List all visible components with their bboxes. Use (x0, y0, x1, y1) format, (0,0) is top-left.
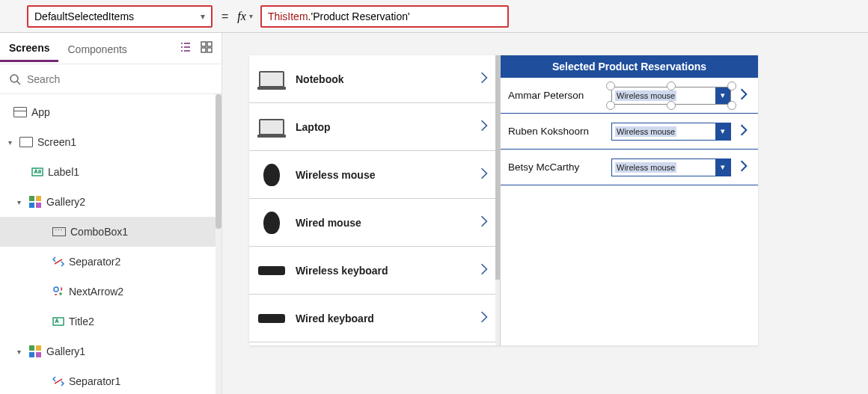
svg-rect-6 (201, 42, 206, 46)
list-item[interactable]: Betsy McCarthy Wireless mouse ▾ (501, 150, 758, 185)
tree-item-title2[interactable]: Title2 (0, 307, 221, 336)
list-item[interactable]: Wireless keyboard (249, 247, 500, 295)
equals-sign: = (221, 10, 228, 23)
tree-item-gallery2[interactable]: ▾ Gallery2 (0, 187, 221, 217)
tab-components[interactable]: Components (58, 36, 135, 61)
gallery-icon (29, 345, 41, 357)
product-image (258, 212, 285, 234)
combobox-icon (52, 227, 66, 236)
gallery-scrollbar[interactable] (495, 55, 500, 345)
product-label: Wireless keyboard (296, 265, 467, 277)
list-item[interactable]: Ruben Kokshoorn Wireless mouse ▾ (501, 114, 758, 150)
search-input[interactable] (27, 73, 213, 85)
list-item[interactable]: Wired mouse (249, 199, 500, 247)
chevron-right-icon[interactable] (477, 262, 491, 279)
chevron-right-icon[interactable] (477, 71, 491, 87)
tree-label: Screen1 (37, 136, 76, 148)
tree-label: NextArrow2 (69, 286, 123, 298)
tree-item-nextarrow2[interactable]: NextArrow2 (0, 277, 221, 307)
gallery-icon (29, 196, 41, 208)
list-item[interactable]: Notebook (249, 55, 500, 103)
reservations-header: Selected Product Reservations (501, 55, 758, 78)
chevron-right-icon[interactable] (737, 123, 751, 140)
formula-token-string: 'Product Reservation' (311, 10, 409, 22)
app-icon (13, 107, 27, 117)
formula-input[interactable]: ThisItem.'Product Reservation' (260, 5, 509, 28)
list-item[interactable]: Wired keyboard (249, 295, 500, 342)
resize-handle[interactable] (606, 101, 615, 110)
separator-icon (52, 256, 64, 268)
list-item[interactable]: Ammar Peterson Wireless mouse ▾ (501, 78, 758, 114)
svg-line-15 (55, 259, 62, 264)
grid-view-icon[interactable] (201, 41, 213, 56)
separator-icon (52, 375, 64, 387)
chevron-down-icon[interactable]: ▾ (715, 87, 730, 104)
combobox[interactable]: Wireless mouse ▾ (611, 123, 731, 141)
product-image (258, 307, 285, 330)
svg-line-11 (17, 81, 20, 84)
svg-point-16 (54, 287, 58, 292)
nextarrow-icon (52, 286, 64, 298)
resize-handle[interactable] (667, 101, 676, 110)
tree-label: Gallery2 (46, 196, 85, 208)
list-item[interactable]: Wireless mouse (249, 151, 500, 199)
resize-handle[interactable] (667, 81, 676, 90)
tree-item-screen1[interactable]: ▾ Screen1 (0, 127, 221, 157)
property-dropdown[interactable]: DefaultSelectedItems ▾ (27, 5, 213, 28)
reservation-name: Ruben Kokshoorn (508, 126, 605, 137)
chevron-down-icon: ▾ (249, 12, 253, 20)
product-label: Notebook (296, 73, 467, 85)
tree-scrollbar[interactable] (216, 94, 221, 394)
fx-label-text: fx (237, 10, 246, 23)
tree-item-separator1[interactable]: Separator1 (0, 366, 221, 394)
tree-item-combobox1[interactable]: ComboBox1 (0, 217, 221, 247)
reservation-name: Betsy McCarthy (508, 161, 605, 173)
tree-item-app[interactable]: App (0, 97, 221, 127)
resize-handle[interactable] (606, 81, 615, 90)
chevron-right-icon[interactable] (737, 87, 751, 104)
products-gallery: Notebook Laptop Wireless mouse Wired mou… (249, 55, 501, 345)
chevron-right-icon[interactable] (477, 215, 491, 231)
search-icon (9, 73, 21, 85)
tree-label: Separator1 (69, 375, 120, 387)
tab-screens[interactable]: Screens (0, 34, 58, 62)
resize-handle[interactable] (727, 81, 736, 90)
chevron-down-icon[interactable]: ▾ (715, 123, 730, 140)
tree-label: Label1 (48, 166, 79, 178)
chevron-right-icon[interactable] (737, 159, 751, 176)
collapse-icon[interactable]: ▾ (4, 138, 15, 147)
formula-token-thisitem: ThisItem (268, 10, 308, 22)
resize-handle[interactable] (727, 101, 736, 110)
collapse-icon[interactable]: ▾ (13, 198, 24, 206)
combobox[interactable]: Wireless mouse ▾ (611, 158, 731, 176)
product-image (258, 164, 285, 186)
tree-item-gallery1[interactable]: ▾ Gallery1 (0, 336, 221, 366)
svg-line-18 (55, 379, 62, 384)
combobox-tag: Wireless mouse (615, 126, 676, 137)
search-row (0, 64, 221, 94)
reservations-gallery: Selected Product Reservations Ammar Pete… (501, 55, 758, 345)
chevron-right-icon[interactable] (477, 167, 491, 183)
screen-icon (19, 137, 33, 147)
list-item[interactable]: Laptop (249, 103, 500, 151)
tree-label: Separator2 (69, 256, 120, 268)
svg-point-10 (10, 75, 18, 82)
list-view-icon[interactable] (180, 41, 192, 56)
svg-rect-7 (207, 42, 212, 46)
tree-view: App ▾ Screen1 Label1 ▾ Gallery2 ComboBox… (0, 94, 221, 394)
tree-item-separator2[interactable]: Separator2 (0, 247, 221, 277)
product-image (258, 116, 285, 138)
chevron-down-icon[interactable]: ▾ (715, 159, 730, 176)
canvas-area: Notebook Laptop Wireless mouse Wired mou… (222, 33, 868, 394)
fx-button[interactable]: fx ▾ (237, 10, 253, 23)
tree-item-label1[interactable]: Label1 (0, 157, 221, 187)
combobox-tag: Wireless mouse (615, 162, 676, 173)
collapse-icon[interactable]: ▾ (13, 348, 24, 356)
chevron-right-icon[interactable] (477, 310, 491, 327)
reservation-name: Ammar Peterson (508, 90, 605, 101)
chevron-right-icon[interactable] (477, 119, 491, 135)
product-label: Laptop (296, 121, 467, 133)
svg-rect-9 (207, 48, 212, 52)
chevron-down-icon: ▾ (201, 11, 205, 22)
tree-label: ComboBox1 (70, 226, 128, 238)
